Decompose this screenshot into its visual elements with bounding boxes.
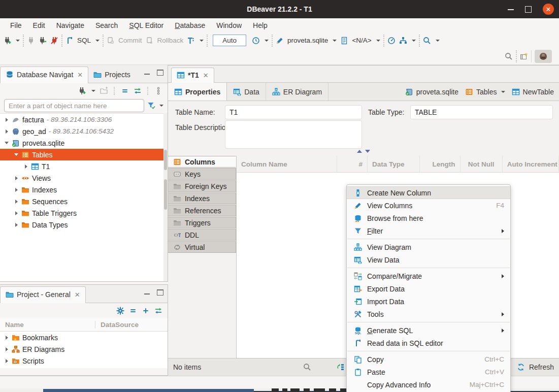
table-name-input[interactable] (225, 105, 362, 119)
side-tab-indexes[interactable]: Indexes (168, 192, 236, 204)
disconnect-icon[interactable] (50, 37, 58, 45)
tab-projects[interactable]: Projects (88, 67, 136, 83)
menu-navigate[interactable]: Navigate (51, 20, 89, 31)
menu-item-browse-from-here[interactable]: Browse from here (347, 212, 510, 224)
driver-manager-icon[interactable] (399, 37, 407, 45)
project-item-er-diagrams[interactable]: ER Diagrams (0, 343, 168, 355)
transaction-mode-icon[interactable] (187, 37, 195, 45)
menu-item-generate-sql[interactable]: SQLGenerate SQL (347, 324, 510, 337)
active-catalog-icon[interactable] (340, 37, 348, 45)
new-connection-dropdown-icon[interactable] (91, 90, 95, 92)
column-header-datasource[interactable]: DataSource (95, 321, 139, 329)
tree-item-tables[interactable]: Tables (0, 149, 168, 160)
menu-item-copy[interactable]: CopyCtrl+C (347, 353, 510, 366)
breadcrumb-proveta-sqlite[interactable]: proveta.sqlite (405, 88, 458, 96)
refresh-button[interactable]: Refresh (529, 363, 554, 371)
new-connection-dropdown-icon[interactable] (16, 40, 20, 42)
search-dropdown-icon[interactable] (436, 40, 440, 42)
user-profile-button[interactable] (535, 50, 552, 63)
chevron-right-icon[interactable] (4, 118, 9, 122)
close-window-icon[interactable]: ✕ (543, 4, 554, 15)
edit-connection-icon[interactable] (276, 37, 284, 45)
connection-dropdown-icon[interactable] (333, 40, 337, 42)
maximize-panel-icon[interactable] (157, 70, 163, 76)
transaction-log-icon[interactable] (252, 37, 260, 45)
tree-item-indexes[interactable]: Indexes (0, 184, 168, 195)
tab-data[interactable]: Data (227, 83, 266, 101)
menu-item-filter[interactable]: Filter (347, 224, 510, 237)
tree-item-table-triggers[interactable]: Table Triggers (0, 207, 168, 219)
close-tab-icon[interactable]: ✕ (77, 71, 83, 79)
chevron-right-icon[interactable] (4, 129, 9, 134)
side-tab-ddl[interactable]: DDL (168, 229, 236, 241)
project-item-bookmarks[interactable]: Bookmarks (0, 332, 168, 343)
menu-item-export-data[interactable]: Export Data (347, 282, 510, 295)
menu-help[interactable]: Help (248, 20, 273, 31)
tree-item-proveta-sqlite[interactable]: proveta.sqlite (0, 137, 168, 149)
filter-settings-icon[interactable] (147, 102, 155, 110)
chevron-right-icon[interactable] (14, 223, 19, 227)
tab-database-navigator[interactable]: Database Navigat ✕ (0, 67, 88, 83)
chevron-right-icon[interactable] (14, 176, 19, 180)
settings-gear-icon[interactable] (116, 307, 124, 315)
maximize-panel-icon[interactable] (157, 289, 163, 296)
tree-item-sequences[interactable]: Sequences (0, 195, 168, 207)
sql-editor-icon[interactable] (65, 37, 74, 45)
menu-item-view-data[interactable]: View Data (347, 253, 510, 266)
project-item-scripts[interactable]: Scripts (0, 355, 168, 367)
side-tab-references[interactable]: References (168, 205, 236, 216)
menu-edit[interactable]: Edit (28, 20, 50, 31)
grid-column-data-type[interactable]: Data Type (368, 156, 420, 172)
link-with-editor-icon[interactable] (134, 87, 142, 95)
object-filter-input[interactable] (4, 99, 144, 112)
chevron-right-icon[interactable] (14, 188, 19, 192)
menu-database[interactable]: Database (170, 20, 210, 31)
collapse-all-icon[interactable] (129, 307, 137, 315)
chevron-right-icon[interactable] (14, 211, 19, 215)
refresh-icon[interactable] (517, 363, 525, 371)
editor-tab-t1[interactable]: *T1 ✕ (171, 68, 214, 83)
driver-dropdown-icon[interactable] (412, 40, 416, 42)
tab-er-diagram[interactable]: ER Diagram (266, 83, 328, 101)
link-with-editor-icon[interactable] (154, 307, 162, 315)
grid-column-not-null[interactable]: Not Null (461, 156, 503, 172)
sql-editor-label[interactable]: SQL (77, 37, 91, 44)
column-header-name[interactable]: Name (0, 321, 95, 329)
grid-column-column-name[interactable]: Column Name (237, 156, 337, 172)
minimize-window-icon[interactable] (508, 9, 514, 10)
chevron-down-icon[interactable] (14, 153, 19, 156)
tree-item-views[interactable]: Views (0, 172, 168, 184)
table-type-input[interactable] (410, 105, 553, 119)
menu-item-tools[interactable]: Tools (347, 308, 510, 320)
menu-item-import-data[interactable]: Import Data (347, 295, 510, 308)
transaction-dropdown-icon[interactable] (200, 40, 204, 42)
tab-project-general[interactable]: Project - General ✕ (0, 286, 86, 303)
close-tab-icon[interactable]: ✕ (75, 291, 80, 299)
tab-properties[interactable]: Properties (168, 83, 227, 101)
expand-all-icon[interactable] (142, 307, 150, 315)
search-icon[interactable] (423, 37, 431, 45)
minimize-panel-icon[interactable] (144, 293, 150, 295)
tree-item-data-types[interactable]: Data Types (0, 219, 168, 231)
chevron-right-icon[interactable] (23, 165, 28, 169)
menu-item-view-diagram[interactable]: View Diagram (347, 241, 510, 253)
dashboard-icon[interactable] (387, 37, 396, 45)
quick-access-search-icon[interactable] (505, 52, 513, 60)
active-connection-label[interactable]: proveta.sqlite (287, 37, 328, 44)
side-tab-columns[interactable]: Columns (168, 156, 236, 168)
refresh-columns-icon[interactable] (337, 363, 345, 371)
side-tab-virtual[interactable]: Virtual (168, 241, 236, 253)
grid-column-length[interactable]: Length (420, 156, 460, 172)
expand-form-icon[interactable] (365, 150, 370, 153)
menu-sql-editor[interactable]: SQL Editor (124, 20, 169, 31)
menu-item-view-columns[interactable]: View ColumnsF4 (347, 199, 510, 212)
grid-column-auto-increment[interactable]: Auto Increment (503, 156, 559, 172)
new-connection-icon[interactable] (3, 37, 11, 45)
view-menu-icon[interactable] (154, 87, 162, 95)
menu-search[interactable]: Search (90, 20, 123, 31)
chevron-right-icon[interactable] (4, 359, 9, 363)
collapse-all-icon[interactable] (121, 87, 129, 95)
reconnect-icon[interactable] (39, 37, 47, 45)
menu-item-paste[interactable]: PasteCtrl+V (347, 366, 510, 378)
side-tab-foreign-keys[interactable]: Foreign Keys (168, 180, 236, 192)
